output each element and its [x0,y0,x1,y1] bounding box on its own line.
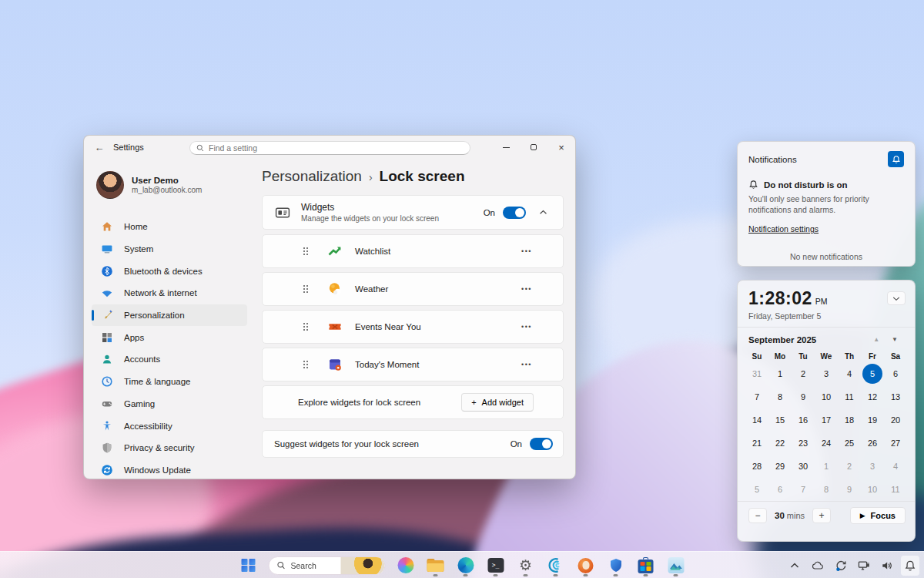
calendar-day[interactable]: 10 [815,385,838,408]
sidebar-item-privacy[interactable]: Privacy & security [92,437,247,459]
calendar-day[interactable]: 25 [838,432,861,455]
calendar-day[interactable]: 27 [884,432,907,455]
calendar-day[interactable]: 4 [838,362,861,385]
focus-button[interactable]: ▶ Focus [850,507,906,524]
terminal-app-icon[interactable]: >_ [486,554,506,577]
calendar-day[interactable]: 2 [838,455,861,478]
start-button[interactable] [239,554,259,577]
more-options-icon[interactable]: ••• [521,323,532,331]
calendar-day[interactable]: 3 [815,362,838,385]
more-options-icon[interactable]: ••• [521,285,532,293]
calendar-day[interactable]: 22 [768,432,792,455]
minimize-button[interactable] [492,136,520,159]
sidebar-item-system[interactable]: System [92,238,247,260]
find-setting-search[interactable]: Find a setting [189,141,470,155]
settings-app-icon[interactable]: ⚙ [516,554,536,577]
calendar-day[interactable]: 7 [745,385,768,408]
collapse-calendar-button[interactable] [887,291,906,305]
orange-app-icon[interactable] [576,554,596,577]
more-options-icon[interactable]: ••• [521,361,532,368]
calendar-day[interactable]: 28 [745,455,768,478]
calendar-day[interactable]: 9 [792,385,815,408]
maximize-button[interactable] [520,136,547,159]
chevron-up-tray-icon[interactable] [785,556,804,576]
calendar-day[interactable]: 12 [861,385,884,408]
copilot-app-icon[interactable] [396,554,416,577]
calendar-day[interactable]: 31 [745,362,768,385]
calendar-day[interactable]: 15 [768,408,792,432]
onedrive-tray-icon[interactable] [808,556,827,576]
calendar-day[interactable]: 24 [815,432,838,455]
sidebar-item-time[interactable]: Time & language [92,371,247,393]
calendar-day[interactable]: 21 [745,432,768,455]
volume-tray-icon[interactable] [878,556,896,576]
drag-handle-icon[interactable] [301,360,310,369]
calendar-day[interactable]: 16 [792,408,815,432]
sidebar-item-personalization[interactable]: Personalization [92,304,247,327]
calendar-day[interactable]: 1 [815,455,838,478]
sidebar-item-bluetooth[interactable]: Bluetooth & devices [92,260,247,282]
sidebar-item-network[interactable]: Network & internet [92,282,247,304]
calendar-day[interactable]: 17 [815,408,838,432]
calendar-day[interactable]: 10 [861,478,884,501]
store-app-icon[interactable] [636,554,656,577]
more-options-icon[interactable]: ••• [521,247,532,255]
edge-app-icon[interactable] [456,554,476,577]
calendar-day[interactable]: 20 [884,408,907,432]
calendar-day[interactable]: 30 [792,455,815,478]
calendar-day[interactable]: 6 [768,478,792,501]
calendar-next-button[interactable]: ▼ [886,334,904,344]
calendar-day-selected[interactable]: 5 [861,362,884,385]
security-app-icon[interactable] [606,554,626,577]
calendar-day[interactable]: 2 [792,362,815,385]
sidebar-item-accounts[interactable]: Accounts [92,348,247,371]
calendar-day[interactable]: 26 [861,432,884,455]
suggest-widgets-toggle[interactable] [530,438,553,450]
calendar-day[interactable]: 29 [768,455,792,478]
calendar-day[interactable]: 11 [884,478,907,501]
calendar-day[interactable]: 8 [768,385,792,408]
close-button[interactable]: × [547,136,575,159]
calendar-prev-button[interactable]: ▲ [867,334,886,344]
calendar-day[interactable]: 7 [792,478,815,501]
network-tray-icon[interactable] [855,556,873,576]
drag-handle-icon[interactable] [301,284,310,294]
sidebar-item-gaming[interactable]: Gaming [92,393,247,415]
calendar-day[interactable]: 5 [745,478,768,501]
calendar-day[interactable]: 8 [815,478,838,501]
back-button[interactable]: ← [89,139,110,156]
breadcrumb-parent[interactable]: Personalization [262,168,362,185]
calendar-day[interactable]: 23 [792,432,815,455]
taskbar-search-box[interactable]: Search [269,556,386,575]
decrease-duration-button[interactable]: − [748,508,767,523]
wave-app-icon[interactable] [546,554,566,577]
user-account[interactable]: User Demo m_lab@outlook.com [93,168,246,202]
notification-settings-link[interactable]: Notification settings [748,224,819,234]
sidebar-item-accessibility[interactable]: Accessibility [92,415,247,437]
calendar-day[interactable]: 6 [884,362,907,385]
calendar-day[interactable]: 1 [768,362,792,385]
calendar-day[interactable]: 18 [838,408,861,432]
explorer-app-icon[interactable] [426,554,446,577]
do-not-disturb-button[interactable] [888,151,904,167]
drag-handle-icon[interactable] [301,322,310,331]
sidebar-item-update[interactable]: Windows Update [92,459,247,479]
chevron-up-icon[interactable] [534,203,552,222]
calendar-day[interactable]: 19 [861,408,884,432]
bell-tray-icon[interactable] [901,556,919,576]
increase-duration-button[interactable]: + [812,508,831,523]
sidebar-item-apps[interactable]: Apps [92,326,247,348]
calendar-day[interactable]: 3 [861,455,884,478]
calendar-day[interactable]: 13 [884,385,907,408]
sync-tray-icon[interactable] [832,556,850,576]
widgets-toggle[interactable] [503,207,526,219]
drag-handle-icon[interactable] [301,247,310,256]
sidebar-item-home[interactable]: Home [92,216,247,238]
calendar-day[interactable]: 14 [745,408,768,432]
photos-app-icon[interactable] [666,554,686,577]
calendar-day[interactable]: 9 [838,478,861,501]
calendar-day[interactable]: 4 [884,455,907,478]
add-widget-button[interactable]: + Add widget [461,393,534,412]
widgets-expander-header[interactable]: Widgets Manage the widgets on your lock … [262,195,564,230]
calendar-day[interactable]: 11 [838,385,861,408]
